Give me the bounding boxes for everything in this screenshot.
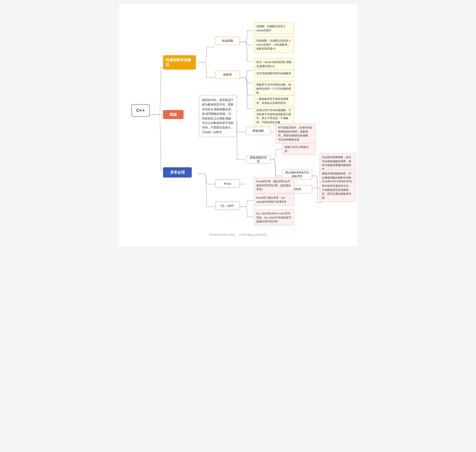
contains-pure-text: 包含纯虚函数的类叫做抽象类 [256,72,291,75]
section-template: 模板 [163,110,184,119]
sub-template-func: 模板函数 [246,127,271,135]
template-desc-text: 相同的代码，某些情况下因为数据类型不同，需要实现多次 模板函数的实现 使用模板的… [202,98,233,134]
mindmap: C++ 纯虚函数和抽象类 纯虚函数 抽象类 虚函数：在函数名前加上virtual… [123,10,353,227]
format-text: 格式：virtual 返回值类型 函数名(参数列表)=0; [256,60,292,68]
template-class-desc-text: 类中的所有属性和方法，只有数据类型其他都相同，就可以通过模板类实现 [322,184,351,199]
sub-pure-virtual-func: 纯虚函数 [215,37,240,45]
same-code-text: 对于除返回值外，其他代码全部相同(操作相同，参数相同，局部变量相同)的函数，可以… [278,126,313,141]
info-template-class-desc: 类中的所有属性和方法，只有数据类型其他都相同，就可以通过模板类实现 [320,182,355,202]
info-format: 格式：virtual 返回值类型 函数名(参数列表)=0; [254,58,294,70]
footer-watermark: CSDN @pg_b3453169 [239,233,266,236]
footer-presented: Presented with xmind [209,233,235,236]
info-virtual-func: 虚函数：在函数名前加上virtual关键字 [254,22,294,34]
deduce-type-label: 通过函数调用推导出模板类型 [285,171,309,178]
no-instance-text: 抽象类不允许实例化对象，抽象类仅提供一个公共的属性模板 [256,83,291,94]
info-trycatch-desc: try--catch和switch--case语句类似，try--catch中存… [254,210,294,225]
info-pure-virtual-def: 纯虚函数：在函数头前面加上virtual关键字，没有函数体，参数后面直接=0 [254,37,294,53]
section-template-label: 模板 [170,112,177,117]
throw-usage-text: throw的作用：抛出异常(在可能发生异常的位置，提前抛出异常) [256,180,291,191]
section-exception: 异常处理 [163,167,192,178]
footer: Presented with xmind CSDN @pg_b3453169 [123,233,353,236]
sub-abstract-class: 抽象类 [215,71,240,79]
abstract-class-label: 抽象类 [223,73,232,76]
info-contains-pure: 包含纯虚函数的类叫做抽象类 [254,70,294,77]
template-class-label: 模板类 [293,187,301,191]
trycatch-desc-text: try--catch和switch--case语句类似，try--catch中存… [256,212,292,223]
info-no-instance: 抽象类不允许实例化对象，抽象类仅提供一个公共的属性模板 [254,81,294,97]
template-func-label: 模板函数 [252,129,264,133]
info-child-class: 如果父类中存在纯虚函数，子类如果不对该纯虚函数进行重写，那么子类也是一个抽象类，… [254,106,294,126]
page-container: C++ 纯虚函数和抽象类 纯虚函数 抽象类 虚函数：在函数名前加上virtual… [119,4,357,246]
sub-try-catch: try…catch [215,201,240,210]
general-use-text: 一般抽象类用于被其他类继承，实例化出具体的内容。 [256,97,288,105]
section-pure-virtual: 纯虚函数和抽象类 [163,55,196,70]
only-after-text: 模板只对定义模板后的， [285,146,309,153]
info-throw-trycatch: throw用于抛出异常，try--catch的作用用于处理异常 [254,194,294,206]
root-label: C++ [136,108,145,113]
info-throw-usage: throw的作用：抛出异常(在可能发生异常的位置，提前抛出异常) [254,178,294,193]
throw-trycatch-text: throw用于抛出异常，try--catch的作用用于处理异常 [256,196,287,203]
throw-label: throw [224,182,231,185]
implicit-call-text: 可以隐式调用模板，因为可以根据函数的调用，推导出模板需要哪些数据类型 [322,156,351,171]
try-catch-label: try…catch [221,204,234,207]
template-desc-box: 相同的代码，某些情况下因为数据类型不同，需要实现多次 模板函数的实现 使用模板的… [199,95,237,137]
info-only-after: 模板只对定义模板后的， [282,143,315,155]
info-general-use: 一般抽象类用于被其他类继承，实例化出具体的内容。 [254,95,294,107]
root-node: C++ [131,104,150,117]
info-same-code: 对于除返回值外，其他代码全部相同(操作相同，参数相同，局部变量相同)的函数，可以… [276,124,316,143]
section-pure-virtual-label: 纯虚函数和抽象类 [166,58,193,67]
template-impl-label: 模板函数的实现 [249,156,268,163]
sub-template-impl: 模板函数的实现 [246,155,271,164]
child-class-text: 如果父类中存在纯虚函数，子类如果不对该纯虚函数进行重写，那么子类也是一个抽象类，… [256,109,291,124]
sub-throw: throw [215,179,240,188]
virtual-func-text: 虚函数：在函数名前加上virtual关键字 [256,25,286,32]
pure-virtual-func-label: 纯虚函数 [222,39,233,43]
pure-virtual-def-text: 纯虚函数：在函数头前面加上virtual关键字，没有函数体，参数后面直接=0 [256,39,291,50]
section-exception-label: 异常处理 [170,170,185,175]
